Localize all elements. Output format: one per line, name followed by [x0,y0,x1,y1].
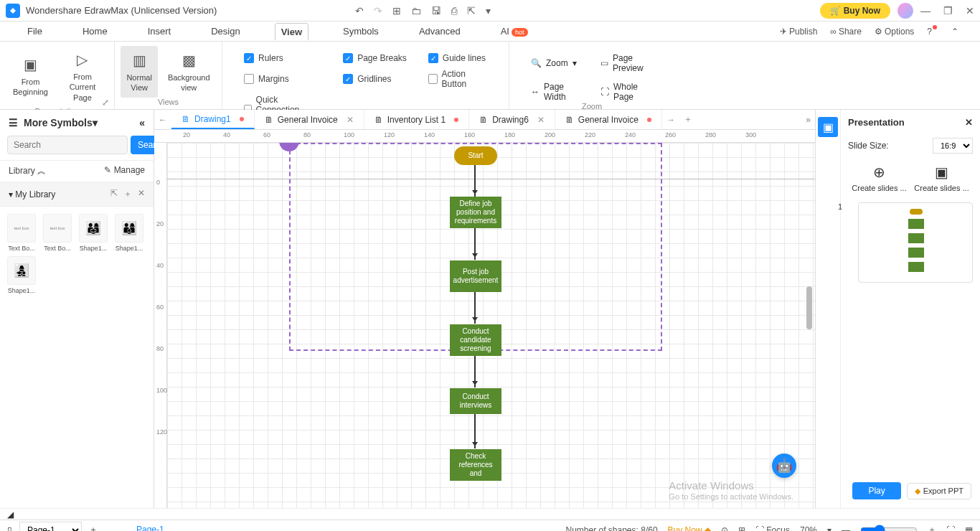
tab-general-invoice[interactable]: 🗎 General Invoice✕ [255,110,364,129]
flow-node-references[interactable]: Check references and [450,449,501,481]
new-icon[interactable]: ⊞ [392,5,401,17]
status-icon-2[interactable]: ⊞ [738,525,745,532]
zoom-out-icon[interactable]: — [842,525,850,532]
save-icon[interactable]: 🖫 [431,5,441,17]
eyedropper-icon[interactable]: ◢ [7,509,14,520]
rulers-checkbox[interactable]: ✓Rulers [244,53,321,63]
flow-node-post[interactable]: Post job advertisement [450,260,501,292]
flow-node-screening[interactable]: Conduct candidate screening [450,324,501,356]
more-symbols-label[interactable]: More Symbols▾ [24,117,98,128]
vertical-scrollbar[interactable] [806,286,812,329]
open-icon[interactable]: 🗀 [411,5,421,17]
shape-people-3[interactable]: 👩‍👧‍👦Shape1... [6,256,37,294]
slide-thumbnail[interactable] [858,202,973,283]
menu-advanced[interactable]: Advanced [413,23,466,39]
flow-node-define[interactable]: Define job position and requirements [450,197,501,228]
library-toggle[interactable]: Library ︽ [9,165,46,177]
margins-checkbox[interactable]: Margins [244,69,321,89]
buy-now-button[interactable]: 🛒 Buy Now [820,3,890,19]
shape-people-1[interactable]: 👨‍👩‍👧Shape1... [77,214,109,252]
flow-arrow [474,356,476,387]
buy-now-link[interactable]: Buy Now ◆ [668,525,711,532]
shape-people-2[interactable]: 👨‍👩‍👦Shape1... [113,214,145,252]
symbol-search-input[interactable] [7,136,128,154]
whole-page-button[interactable]: ⛶ Whole Page [600,82,653,102]
tab-close-icon[interactable]: ✕ [537,115,545,125]
page-preview-button[interactable]: ▭ Page Preview [600,53,653,73]
create-slides-plus-button[interactable]: ⊕Create slides ... [852,164,906,192]
from-beginning-button[interactable]: ▣From Beginning [7,46,54,107]
slide-size-select[interactable]: 16:9 [933,138,973,154]
menu-design[interactable]: Design [205,23,245,39]
play-presentation-button[interactable]: Play [852,482,900,499]
menu-ai[interactable]: AIhot [495,23,534,39]
menu-view[interactable]: View [275,23,308,40]
flow-start-node[interactable]: Start [454,146,497,165]
page-tab[interactable]: Page-1 [126,525,174,532]
shape-text-box-2[interactable]: text boxText Bo... [42,214,73,252]
print-icon[interactable]: ⎙ [451,5,457,17]
shape-text-box-1[interactable]: text boxText Bo... [6,214,37,252]
fullscreen-icon[interactable]: ▦ [965,525,973,532]
library-add-icon[interactable]: ＋ [123,188,132,200]
tab-drawing1[interactable]: 🗎 Drawing1 [171,110,255,129]
undo-icon[interactable]: ↶ [355,5,364,17]
export-icon[interactable]: ⇱ [467,5,476,17]
add-page-icon[interactable]: ＋ [89,524,98,531]
zoom-in-icon[interactable]: ＋ [928,524,936,531]
tab-inventory-list[interactable]: 🗎 Inventory List 1 [364,110,469,129]
tab-general-invoice-2[interactable]: 🗎 General Invoice [555,110,662,129]
guide-lines-checkbox[interactable]: ✓Guide lines [428,53,487,63]
tab-next-icon[interactable]: → [662,115,679,125]
manage-library-button[interactable]: ✎ Manage [104,165,145,177]
close-panel-icon[interactable]: ✕ [965,117,973,128]
flow-arrow [474,228,476,260]
page-breaks-checkbox[interactable]: ✓Page Breaks [343,53,407,63]
tab-prev-icon[interactable]: ← [154,115,171,125]
flow-node-interviews[interactable]: Conduct interviews [450,388,501,414]
focus-button[interactable]: ⛶ Focus [755,525,790,532]
zoom-level[interactable]: 70% [800,525,817,532]
user-avatar[interactable] [897,3,913,19]
drawing-canvas[interactable]: Start Define job position and requiremen… [167,143,815,508]
zoom-button[interactable]: 🔍 Zoom▾ [531,53,586,73]
action-button-checkbox[interactable]: Action Button [428,69,487,89]
options-button[interactable]: ⚙ Options [875,27,914,37]
menu-symbols[interactable]: Symbols [337,23,385,39]
qat-more-icon[interactable]: ▾ [486,5,491,17]
menu-file[interactable]: File [22,23,48,39]
export-ppt-button[interactable]: ◆Export PPT [907,483,971,499]
zoom-slider[interactable] [860,525,918,532]
help-chat-button[interactable]: 🤖 [772,454,796,478]
menu-insert[interactable]: Insert [142,23,177,39]
page-select[interactable]: Page-1 [19,522,82,532]
from-current-page-button[interactable]: ▷From Current Page [58,46,107,107]
maximize-icon[interactable]: ❐ [943,5,953,17]
page-width-button[interactable]: ↔ Page Width [531,82,586,102]
menu-home[interactable]: Home [77,23,113,39]
status-icon-1[interactable]: ⊙ [721,525,728,532]
library-link-icon[interactable]: ⇱ [110,188,118,200]
minimize-icon[interactable]: — [920,5,930,17]
presentation-expand-icon[interactable]: ⤢ [102,98,109,108]
gridlines-checkbox[interactable]: ✓Gridlines [343,69,407,89]
my-library-toggle[interactable]: ▾ My Library [9,189,55,199]
create-slides-auto-button[interactable]: ▣Create slides ... [914,164,969,192]
fit-page-icon[interactable]: ⛶ [946,525,955,532]
normal-view-button[interactable]: ▥Normal View [121,46,157,98]
redo-icon[interactable]: ↷ [374,5,382,17]
notification-icon[interactable]: ? [927,27,938,37]
library-close-icon[interactable]: ✕ [138,188,145,200]
tab-add-icon[interactable]: ＋ [679,113,697,126]
presentation-tab-icon[interactable]: ▣ [818,117,838,137]
page-layout-icon[interactable]: ▯ [7,525,12,532]
tab-overflow-icon[interactable]: » [801,115,815,125]
close-icon[interactable]: ✕ [966,5,974,17]
collapse-ribbon-icon[interactable]: ⌃ [951,27,958,37]
publish-button[interactable]: ✈ Publish [780,27,817,37]
collapse-sidebar-icon[interactable]: « [139,117,145,128]
tab-drawing6[interactable]: 🗎 Drawing6✕ [469,110,555,129]
share-button[interactable]: ∞ Share [830,27,862,37]
background-view-button[interactable]: ▩Background view [162,46,216,98]
tab-close-icon[interactable]: ✕ [347,115,354,125]
